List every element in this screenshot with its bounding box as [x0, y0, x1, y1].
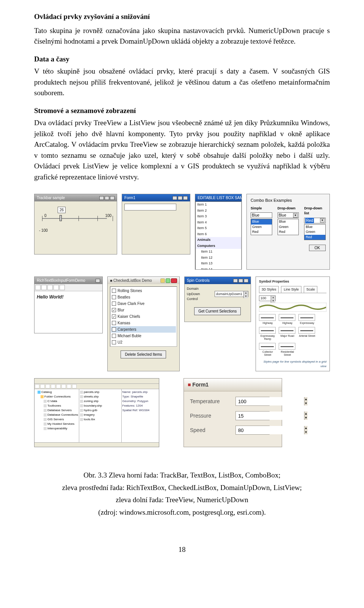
window-buttons: [173, 196, 188, 200]
listbox-window: EDITABLE LIST BOX SAMPLE Item 1Item 2Ite…: [195, 194, 242, 270]
trackbar-sample-window: Trackbar sample 0 26: [34, 194, 117, 255]
trackbar-neg-label: - 100: [39, 228, 48, 233]
toolbar-icon[interactable]: [46, 384, 50, 388]
chevron-down-icon[interactable]: ▾: [293, 213, 298, 218]
minimize-icon[interactable]: [173, 196, 177, 200]
domainupdown-field[interactable]: domainUpDown1 ▲ ▼: [215, 291, 248, 297]
heading-updown: Ovládací prvky zvyšování a snižování: [34, 11, 330, 22]
delete-selected-button[interactable]: Delete Selected Items: [121, 350, 166, 358]
combobox-simple-list[interactable]: BlueGreenRed: [251, 219, 272, 235]
domainupdown-window: Spin Controls Domain UpDown Control doma…: [184, 277, 251, 322]
numeric-input[interactable]: [236, 412, 304, 420]
minimize-icon[interactable]: [233, 279, 238, 283]
figure-caption: Obr. 3.3 Zleva horní řada: TrackBar, Tex…: [34, 470, 330, 518]
trackbar-max-label: 100: [105, 213, 111, 218]
catalog-filelist[interactable]: parcels.shpstreets.shpzoning.shpboundary…: [79, 389, 122, 442]
richtextbox-window: RichTextBoxInputFormDemo Hello World!: [34, 277, 103, 333]
spin-down-icon[interactable]: ▼: [304, 430, 308, 434]
combobox-droplist-list[interactable]: BlueGreenRed: [304, 224, 326, 240]
ok-button[interactable]: OK: [309, 245, 326, 251]
symbolprops-scale-field[interactable]: 100 ▲▼: [259, 295, 276, 301]
tab-scale[interactable]: Scale: [304, 286, 318, 293]
spin-down-icon[interactable]: ▼: [271, 299, 275, 303]
close-icon[interactable]: [244, 279, 248, 283]
numericupdown-title: Form1: [192, 382, 209, 388]
toolbar-icon[interactable]: [61, 384, 66, 388]
maximize-icon[interactable]: [178, 196, 182, 200]
close-icon[interactable]: [183, 196, 188, 200]
symbolprops-footnote: Styles page for line symbols displayed i…: [259, 360, 326, 369]
symbolprops-scale-value: 100: [259, 296, 271, 301]
trackbar-title: Trackbar sample: [37, 195, 65, 201]
toolbar-icon[interactable]: [35, 384, 39, 388]
close-icon[interactable]: [96, 279, 100, 283]
catalog-tree[interactable]: CatalogFolder ConnectionsC:\dataToolboxe…: [35, 389, 79, 442]
heading-datetime: Data a časy: [34, 54, 330, 65]
italic-icon[interactable]: [41, 285, 47, 290]
spin-up-icon[interactable]: ▲: [243, 291, 248, 295]
minimize-icon[interactable]: [99, 196, 104, 200]
combobox-dropdown-value: Blue: [279, 212, 286, 218]
spin-up-icon[interactable]: ▲: [271, 296, 275, 299]
maximize-icon[interactable]: [166, 278, 170, 283]
line-style-grid[interactable]: HighwayHighwayExpresswayExpressway RampM…: [259, 314, 326, 357]
checkedlist-titlebar: ■ CheckedListBox Demo: [108, 277, 179, 284]
spin-up-icon[interactable]: ▲: [304, 426, 308, 430]
tab-line-style[interactable]: Line Style: [281, 286, 301, 293]
catalog-preview: Name: parcels.shpType: ShapefileGeometry…: [122, 389, 159, 442]
textbox-form-window: Form1: [122, 194, 190, 255]
toolbar-icon[interactable]: [67, 384, 71, 388]
listbox-titlebar: EDITABLE LIST BOX SAMPLE: [195, 194, 242, 201]
combobox-window: Combo Box Examples Simple Blue BlueGreen…: [246, 194, 330, 270]
listbox-control[interactable]: Item 1Item 2Item 3Item 4Item 5Item 6Anim…: [195, 201, 242, 270]
caption-line-4: (zdroj: windows.microsoft.com, postgresq…: [34, 507, 330, 518]
combobox-dropdown-list[interactable]: BlueGreenRed: [278, 219, 299, 235]
spin-down-icon[interactable]: ▼: [304, 401, 308, 405]
checkedlist-title: CheckedListBox Demo: [113, 278, 152, 283]
toolbar-icon[interactable]: [56, 384, 61, 388]
combobox-droplist-field[interactable]: Red ▾: [304, 218, 326, 223]
window-buttons: [99, 196, 115, 200]
symbolprops-title: Symbol Properties: [259, 279, 326, 284]
domainupdown-label: Domain UpDown Control: [187, 286, 212, 302]
toolbar-icon[interactable]: [72, 384, 77, 388]
trackbar-min-label: 0: [44, 213, 47, 218]
chevron-down-icon[interactable]: ▾: [320, 218, 325, 223]
spin-up-icon[interactable]: ▲: [304, 412, 308, 416]
get-selections-button[interactable]: Get Current Selections: [194, 307, 241, 315]
textbox-input[interactable]: [124, 204, 176, 211]
toolbar-icon[interactable]: [51, 384, 55, 388]
color-icon[interactable]: [53, 285, 59, 290]
minimize-icon[interactable]: [160, 278, 165, 283]
maximize-icon[interactable]: [105, 196, 109, 200]
trackbar-thumb[interactable]: [60, 215, 62, 221]
catalog-toolbar: [35, 384, 159, 389]
spin-down-icon[interactable]: ▼: [304, 416, 308, 420]
maximize-icon[interactable]: [238, 279, 243, 283]
numeric-input[interactable]: [236, 426, 304, 434]
spin-down-icon[interactable]: ▼: [243, 295, 248, 298]
numeric-input[interactable]: [236, 397, 304, 405]
tab-3d-styles[interactable]: 3D Styles: [259, 286, 279, 293]
trackbar-value: 26: [58, 207, 66, 213]
toolbar-icon[interactable]: [40, 384, 45, 388]
trackbar-control[interactable]: 0 26 100 - 100: [37, 204, 115, 234]
richtext-toolbar: [35, 284, 102, 291]
combobox-dropdown-field[interactable]: Blue ▾: [278, 212, 299, 218]
combobox-simple-field[interactable]: Blue: [251, 212, 272, 218]
bold-icon[interactable]: [35, 285, 41, 290]
underline-icon[interactable]: [47, 285, 53, 290]
domainupdown-titlebar: Spin Controls: [185, 277, 251, 284]
line-preview: [259, 303, 326, 312]
combobox-simple-value: Blue: [252, 212, 259, 218]
close-icon[interactable]: [110, 196, 115, 200]
checkedlistbox-control[interactable]: Rolling StonesBeatlesDave Clark Five✓Blu…: [110, 286, 177, 347]
heading-treeview: Stromové a seznamové zobrazení: [34, 105, 330, 116]
spin-up-icon[interactable]: ▲: [304, 397, 308, 401]
numericupdown-window: ■ Form1 Temperature▲▼Pressure▲▼Speed▲▼: [184, 378, 282, 447]
combobox-droplist-label: Drop-down list: [304, 206, 326, 216]
trackbar-titlebar: Trackbar sample: [35, 194, 117, 201]
align-left-icon[interactable]: [60, 285, 65, 290]
richtext-content[interactable]: Hello World!: [35, 291, 102, 333]
close-icon[interactable]: [171, 278, 177, 283]
